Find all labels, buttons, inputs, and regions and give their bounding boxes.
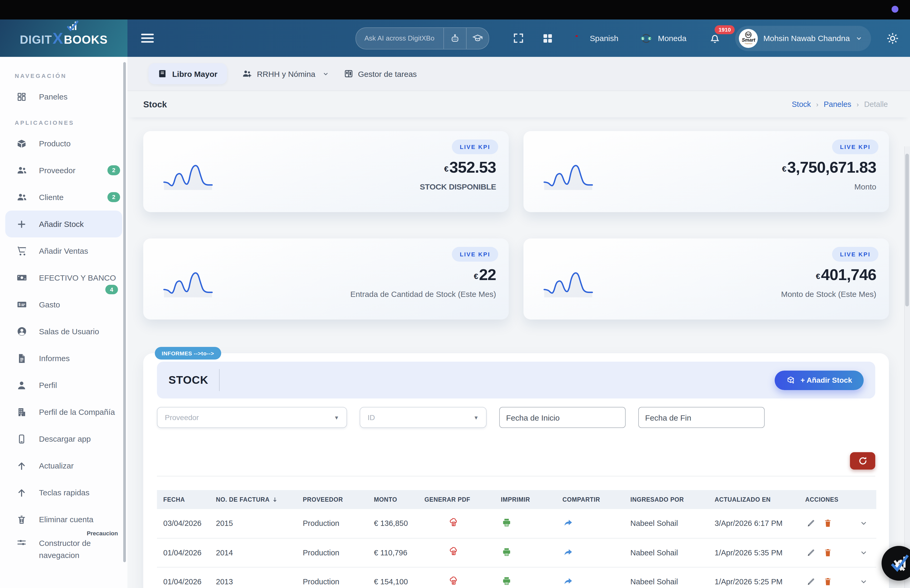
share-icon[interactable] (562, 517, 574, 529)
banknote-icon (16, 272, 27, 283)
share-icon[interactable] (562, 576, 574, 587)
delete-trash-icon[interactable] (822, 518, 834, 529)
edit-pencil-icon[interactable] (805, 576, 817, 588)
print-icon[interactable] (501, 576, 512, 587)
cell-proveedor: Production (296, 509, 368, 538)
col-no-factura[interactable]: NO. DE FACTURA (210, 490, 296, 509)
cliente-count-badge: 2 (107, 192, 120, 202)
breadcrumb-stock[interactable]: Stock (792, 100, 811, 108)
scrollbar-thumb[interactable] (905, 154, 909, 306)
dropdown-arrow-icon: ▼ (334, 415, 339, 420)
breadcrumb-paneles[interactable]: Paneles (824, 100, 851, 108)
sidebar-scrollbar[interactable] (123, 62, 126, 562)
generate-pdf-icon[interactable] (448, 575, 459, 587)
menu-hamburger-icon[interactable] (141, 34, 154, 43)
sidebar-item-descargar-app[interactable]: Descargar app (0, 425, 128, 452)
col-compartir[interactable]: COMPARTIR (556, 490, 624, 509)
col-proveedor[interactable]: PROVEEDOR (296, 490, 368, 509)
currency-selector[interactable]: $ € Moneda (639, 31, 686, 45)
cell-fecha: 03/04/2026 (157, 509, 210, 538)
live-kpi-badge: LIVE KPI (452, 247, 498, 262)
smartphone-icon (16, 433, 27, 444)
fullscreen-icon[interactable] (512, 32, 525, 44)
plus-icon (16, 218, 27, 230)
row-expand-chevron-icon[interactable] (860, 519, 868, 528)
generate-pdf-icon[interactable] (448, 546, 459, 558)
kpi-card-monto-stock: LIVE KPI €401,746 Monto de Stock (Este M… (524, 239, 889, 320)
svg-text:€: € (649, 36, 651, 40)
book-icon (158, 69, 168, 78)
graduation-cap-icon[interactable] (466, 27, 489, 49)
generate-pdf-icon[interactable] (448, 517, 459, 528)
breadcrumb: Stock › Paneles › Detalle (792, 100, 888, 108)
notifications-button[interactable]: 1910 (709, 32, 722, 45)
sidebar-item-efectivo-y-banco[interactable]: EFECTIVO Y BANCO 4 (0, 264, 128, 291)
share-icon[interactable] (562, 546, 574, 558)
proveedor-select[interactable]: Proveedor ▼ (157, 407, 347, 428)
col-generar-pdf[interactable]: GENERAR PDF (418, 490, 495, 509)
sparkline-chart (154, 154, 222, 191)
sidebar-section-aplicaciones: APLICACIONES (15, 120, 128, 126)
ai-search-bar[interactable] (356, 27, 489, 49)
print-icon[interactable] (501, 517, 512, 529)
stock-section: INFORMES -->to--> STOCK + Añadir Stock P… (143, 353, 889, 588)
fecha-fin-input[interactable] (638, 407, 765, 428)
user-avatar: NA Smart Fashion (739, 29, 758, 48)
sidebar-item-salas-de-usuario[interactable]: Salas de Usuario (0, 318, 128, 345)
col-fecha[interactable]: FECHA (157, 490, 210, 509)
sidebar-item-anadir-stock[interactable]: Añadir Stock (5, 210, 122, 237)
refresh-row (157, 452, 875, 470)
sidebar-item-anadir-ventas[interactable]: Añadir Ventas (0, 237, 128, 264)
sidebar-item-proveedor[interactable]: Proveedor 2 (0, 157, 128, 184)
table-row: 03/04/2026 2015 Production € 136,850 Nab… (157, 509, 876, 538)
sidebar-item-actualizar[interactable]: Actualizar (0, 452, 128, 479)
main-content: Libro Mayor RRHH y Nómina Gestor de tare… (128, 57, 910, 588)
col-acciones[interactable]: ACCIONES (799, 490, 876, 509)
edit-pencil-icon[interactable] (805, 547, 817, 559)
language-selector[interactable]: Spanish (573, 34, 618, 43)
cell-monto: € 136,850 (368, 509, 418, 538)
apps-grid-icon[interactable] (541, 32, 554, 44)
tab-gestor-de-tareas[interactable]: Gestor de tareas (344, 69, 417, 78)
sparkline-chart (154, 262, 222, 299)
sidebar-item-constructor-navegacion[interactable]: Constructor de navegacion (0, 533, 128, 575)
col-imprimir[interactable]: IMPRIMIR (495, 490, 556, 509)
robot-icon[interactable] (443, 27, 466, 49)
row-expand-chevron-icon[interactable] (860, 549, 868, 557)
sidebar-item-informes[interactable]: Informes (0, 345, 128, 372)
refresh-button[interactable] (850, 452, 875, 470)
delete-trash-icon[interactable] (822, 576, 834, 588)
sidebar-item-eliminar-cuenta[interactable]: Eliminar cuenta Precaucion (0, 506, 128, 533)
tab-libro-mayor[interactable]: Libro Mayor (149, 63, 227, 84)
notification-count-badge: 1910 (715, 25, 735, 34)
sidebar-item-producto[interactable]: Producto (0, 130, 128, 157)
spain-flag-icon (573, 34, 586, 42)
cell-monto: € 154,100 (368, 567, 418, 588)
edit-pencil-icon[interactable] (805, 518, 817, 529)
sidebar-item-perfil[interactable]: Perfil (0, 372, 128, 399)
sidebar-item-teclas-rapidas[interactable]: Teclas rapidas (0, 479, 128, 506)
sidebar-item-perfil-compania[interactable]: Perfil de la Compañía (0, 399, 128, 425)
kpi-value: €3,750,671.83 (782, 160, 876, 175)
row-expand-chevron-icon[interactable] (860, 578, 868, 586)
sidebar-item-cliente[interactable]: Cliente 2 (0, 184, 128, 210)
add-stock-button[interactable]: + Añadir Stock (775, 370, 864, 390)
refresh-icon (858, 456, 868, 466)
sidebar-item-paneles[interactable]: Paneles (0, 83, 128, 110)
col-ingresado-por[interactable]: INGRESADO POR (624, 490, 708, 509)
settings-gear-icon[interactable] (886, 31, 899, 45)
stock-panel-title: STOCK (168, 374, 208, 386)
fecha-inicio-input[interactable] (499, 407, 626, 428)
tab-rrhh-y-nomina[interactable]: RRHH y Nómina (242, 68, 329, 79)
arrow-up-icon (16, 487, 27, 498)
id-select[interactable]: ID ▼ (360, 407, 487, 428)
print-icon[interactable] (501, 546, 512, 558)
user-menu[interactable]: NA Smart Fashion Mohsin Nawab Chandna (735, 26, 871, 51)
delete-trash-icon[interactable] (822, 547, 834, 559)
sidebar-item-gasto[interactable]: $ Gasto (0, 291, 128, 318)
col-monto[interactable]: MONTO (368, 490, 418, 509)
col-actualizado-en[interactable]: ACTUALIZADO EN (708, 490, 799, 509)
content-scrollbar[interactable] (904, 146, 910, 588)
live-kpi-badge: LIVE KPI (832, 139, 878, 154)
search-input[interactable] (356, 34, 443, 42)
